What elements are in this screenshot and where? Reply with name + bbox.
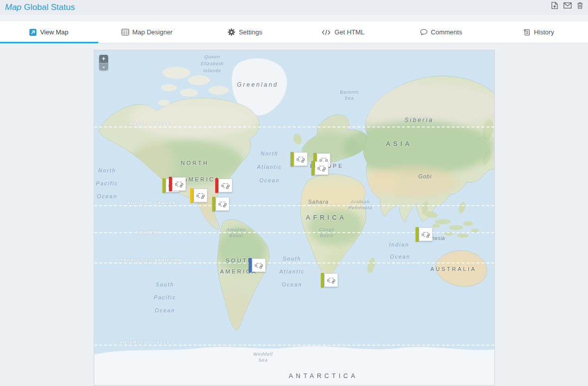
marker-status-bar [215, 178, 218, 193]
latitude-line [94, 205, 494, 206]
broken-image-icon [252, 258, 266, 272]
map-label-atlantic: Atlantic [257, 164, 282, 170]
map-marker-ok[interactable] [291, 152, 307, 166]
broken-image-icon [324, 273, 338, 287]
tab-spacer [0, 15, 588, 21]
latitude-line [94, 262, 494, 263]
zoom-out-button[interactable]: - [99, 63, 108, 70]
map-label-ocean: Ocean [155, 307, 175, 313]
map-label-africa: AFRICA [306, 214, 347, 221]
email-icon[interactable] [564, 2, 572, 8]
map-marker-critical[interactable] [169, 177, 186, 191]
latitude-line [94, 345, 494, 346]
tab-label: Settings [239, 28, 262, 36]
map-label-tropic-of-cancer: TROPIC OF CANCER [124, 201, 176, 205]
map-label-sea: Sea [344, 96, 354, 101]
marker-status-bar [416, 227, 419, 242]
zoom-in-button[interactable]: + [99, 55, 108, 63]
map-marker-ok[interactable] [321, 273, 338, 287]
map-label-north: North [98, 167, 116, 173]
app-header: MapGlobal Status [0, 0, 588, 15]
map-marker-info[interactable] [249, 258, 266, 272]
map-label-ocean: Ocean [260, 177, 280, 183]
header-actions [551, 1, 583, 9]
map-label-greenland: Greenland [237, 81, 278, 88]
map-label-basin: Basin [320, 233, 334, 238]
tab-get-html[interactable]: Get HTML [294, 21, 392, 43]
map-marker-ok[interactable] [311, 161, 328, 175]
broken-image-icon [172, 177, 186, 191]
map-label-atlantic: Atlantic [280, 268, 304, 274]
broken-image-icon [219, 179, 232, 192]
map-label-ocean: Ocean [390, 254, 411, 259]
map-label-indian: Indian [389, 242, 410, 248]
map-zoom-control: + - [99, 55, 108, 70]
tab-label: Comments [431, 28, 462, 36]
world-map[interactable]: QueenElizabethIslandsGreenlandBarentsSea… [94, 50, 495, 386]
marker-status-bar [321, 273, 324, 287]
map-label-australia: AUSTRALIA [431, 266, 477, 272]
map-label-antarctic-circle: ANTARCTIC CIRCLE [120, 340, 170, 345]
map-label-north: North [261, 150, 279, 156]
map-label-islands: Islands [203, 68, 221, 73]
marker-status-bar [249, 258, 252, 272]
broken-image-icon [194, 189, 207, 202]
map-label-peninsula: Peninsula [348, 205, 373, 210]
marker-status-bar [291, 152, 294, 166]
map-label-amazon: Amazon [226, 227, 246, 232]
map-marker-critical[interactable] [215, 178, 232, 193]
map-label-tropic-of-capricorn: TROPIC OF CAPRICORN [121, 258, 182, 262]
grid-icon [122, 29, 129, 35]
tab-label: Map Designer [133, 28, 173, 36]
page-title: MapGlobal Status [5, 2, 75, 12]
code-icon [321, 29, 331, 35]
add-document-icon[interactable] [551, 1, 558, 9]
map-label-pacific: Pacific [96, 180, 119, 186]
map-label-ocean: Ocean [97, 193, 118, 199]
map-fade-overlay [94, 50, 494, 385]
gear-icon [228, 28, 235, 36]
broken-image-icon [294, 152, 307, 166]
map-label-south: South [155, 281, 174, 287]
map-label-elizabeth: Elizabeth [201, 61, 224, 66]
broken-image-icon [315, 161, 328, 175]
tab-view-map[interactable]: View Map [0, 21, 98, 43]
map-marker-ok[interactable] [212, 197, 229, 211]
map-label-sea: Sea [258, 358, 268, 363]
map-label-gobi: Gobi [418, 173, 432, 179]
map-label-ocean: Ocean [282, 281, 302, 287]
view-map-icon [29, 29, 36, 36]
map-label-weddell: Weddell [253, 352, 273, 357]
marker-status-bar [190, 188, 193, 203]
map-label-queen: Queen [204, 54, 220, 59]
map-label-arabian: Arabian [351, 199, 370, 204]
map-label-congo: Congo [319, 227, 335, 232]
marker-status-bar [169, 177, 172, 191]
marker-status-bar [162, 178, 165, 193]
map-label-north: NORTH [181, 160, 209, 166]
comment-icon [420, 29, 428, 35]
tab-settings[interactable]: Settings [196, 21, 294, 43]
content-area: QueenElizabethIslandsGreenlandBarentsSea… [0, 43, 588, 386]
map-label-pacific: Pacific [154, 294, 176, 300]
map-label-barents: Barents [340, 90, 359, 95]
map-label-south: South [283, 256, 301, 261]
map-label-antarctica: ANTARCTICA [289, 373, 358, 380]
page-title-type: Map [5, 2, 21, 12]
map-marker-ok[interactable] [416, 227, 433, 242]
map-marker-warning[interactable] [190, 188, 207, 203]
tab-comments[interactable]: Comments [392, 21, 490, 43]
tab-history[interactable]: History [490, 21, 588, 43]
map-label-siberia: Siberia [405, 117, 434, 124]
map-label-sahara: Sahara [308, 199, 328, 205]
map-label-asia: ASIA [386, 140, 413, 147]
history-icon [524, 29, 530, 36]
tab-label: History [534, 28, 554, 36]
tab-label: View Map [40, 28, 68, 36]
tab-map-designer[interactable]: Map Designer [98, 21, 196, 43]
map-label-basin: Basin [229, 233, 243, 238]
marker-status-bar [311, 161, 314, 175]
map-label-arctic-circle: ARCTIC CIRCLE [130, 122, 170, 126]
tab-bar: View MapMap DesignerSettingsGet HTMLComm… [0, 21, 588, 43]
delete-icon[interactable] [577, 2, 583, 9]
